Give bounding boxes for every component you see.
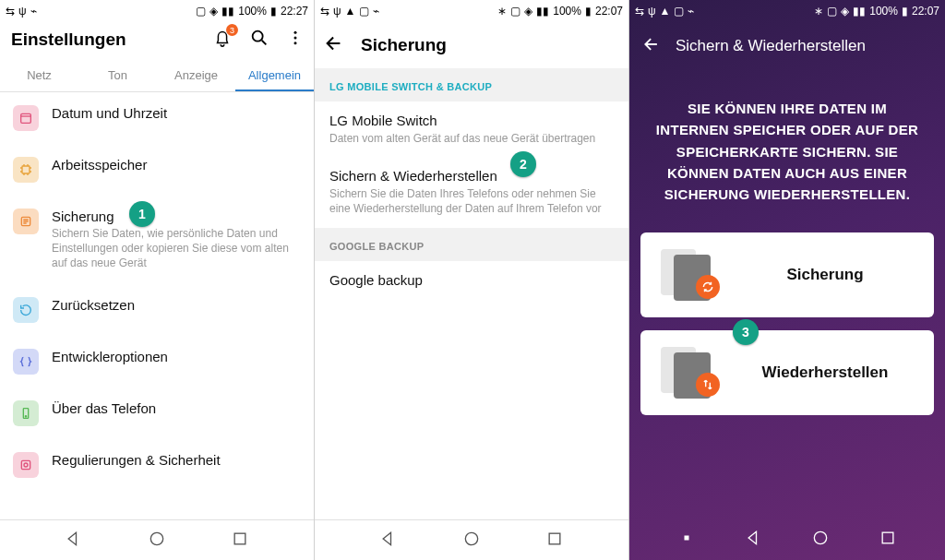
intro-text: SIE KÖNNEN IHRE DATEN IM INTERNEN SPEICH… (629, 70, 945, 232)
battery-icon: ▮ (902, 5, 908, 18)
nav-back[interactable] (65, 530, 83, 552)
card-label: Wiederherstellen (733, 363, 917, 382)
search-button[interactable] (249, 28, 269, 52)
tab-network[interactable]: Netz (0, 59, 78, 91)
step-badge-1: 1 (129, 201, 155, 227)
item-regulatory[interactable]: Regulierungen & Sicherheit (0, 439, 314, 491)
back-button[interactable] (642, 35, 661, 57)
clock: 22:07 (595, 5, 623, 18)
item-label: Regulierungen & Sicherheit (52, 452, 301, 468)
restore-illustration (657, 347, 722, 399)
battery-pct: 100% (553, 5, 581, 18)
section-lg-backup: LG MOBILE SWITCH & BACKUP (315, 68, 628, 101)
nav-recent[interactable] (879, 529, 897, 551)
usb-icon: ψ (333, 5, 341, 18)
nav-bar (0, 519, 314, 560)
item-memory[interactable]: Arbeitsspeicher (0, 144, 314, 196)
nav-back[interactable] (379, 530, 398, 552)
svg-rect-4 (21, 113, 31, 123)
svg-rect-17 (882, 532, 893, 543)
nav-bar (629, 519, 945, 560)
svg-point-16 (815, 531, 827, 543)
item-label: Zurücksetzen (52, 297, 301, 313)
item-date-time[interactable]: Datum und Uhrzeit (0, 92, 314, 144)
tab-sound[interactable]: Ton (78, 59, 157, 91)
nav-recent[interactable] (545, 530, 564, 552)
notifications-button[interactable]: 3 (212, 28, 233, 52)
item-label: Google backup (329, 272, 614, 288)
overflow-button[interactable] (286, 29, 305, 51)
card-label: Sicherung (733, 266, 917, 284)
item-google-backup[interactable]: Google backup (315, 261, 628, 299)
nav-home[interactable] (148, 530, 166, 552)
svg-point-11 (150, 532, 162, 544)
vibrate-icon: ▢ (196, 5, 206, 18)
bt-icon: ∗ (814, 5, 823, 18)
svg-point-0 (253, 31, 263, 42)
card-restore[interactable]: Wiederherstellen 3 (640, 330, 934, 415)
svg-point-1 (294, 31, 297, 34)
item-reset[interactable]: Zurücksetzen (0, 284, 314, 336)
battery-icon: ▮ (585, 5, 592, 18)
usb-icon: ψ (18, 5, 27, 18)
chip-icon (13, 157, 39, 183)
transfer-icon (696, 373, 720, 397)
item-backup[interactable]: Sicherung Sichern Sie Daten, wie persönl… (0, 196, 314, 284)
header: Sichern & Wiederherstellen (629, 22, 945, 70)
screen-backup-restore: ⇆ ψ ▲ ▢ ⌁ ∗ ▢ ◈ ▮▮ 100% ▮ 22:07 Sichern … (629, 0, 945, 560)
braces-icon (13, 349, 39, 375)
item-about-phone[interactable]: Über das Telefon (0, 387, 314, 439)
item-label: Sichern & Wiederherstellen (329, 168, 614, 184)
svg-point-13 (465, 532, 477, 544)
bug-icon: ⌁ (688, 5, 694, 18)
item-developer[interactable]: Entwickleroptionen (0, 336, 314, 387)
item-backup-restore[interactable]: Sichern & Wiederherstellen Sichern Sie d… (315, 157, 628, 227)
header: Einstellungen 3 (0, 22, 314, 52)
item-label: LG Mobile Switch (329, 113, 614, 128)
section-google-backup: GOOGLE BACKUP (315, 228, 628, 261)
item-label: Entwickleroptionen (52, 349, 301, 364)
bt-icon: ∗ (497, 5, 507, 18)
nav-home[interactable] (811, 529, 830, 551)
svg-point-2 (294, 37, 297, 40)
nav-back[interactable] (745, 529, 763, 551)
item-label: Datum und Uhrzeit (52, 105, 301, 121)
step-badge-2: 2 (510, 151, 536, 177)
item-sub: Daten vom alten Gerät auf das neue Gerät… (329, 131, 614, 146)
tab-display[interactable]: Anzeige (157, 59, 235, 91)
signal-icon: ▮▮ (221, 5, 234, 18)
clock-icon (13, 105, 39, 131)
battery-pct: 100% (869, 5, 898, 18)
tab-general[interactable]: Allgemein (235, 59, 314, 91)
photo-icon: ▢ (674, 5, 684, 18)
status-bar: ⇆ ψ ▲ ▢ ⌁ ∗ ▢ ◈ ▮▮ 100% ▮ 22:07 (629, 0, 945, 22)
sync-icon: ⇆ (6, 5, 15, 18)
nav-notif[interactable] (677, 529, 696, 551)
sync-icon: ⇆ (635, 5, 644, 18)
item-label: Arbeitsspeicher (52, 157, 301, 173)
vibrate-icon: ▢ (510, 5, 520, 18)
signal-icon: ▮▮ (536, 5, 549, 18)
header: Sicherung (315, 22, 628, 68)
settings-list: Datum und Uhrzeit Arbeitsspeicher Sicher… (0, 92, 314, 519)
nav-bar (315, 519, 628, 560)
card-backup[interactable]: Sicherung (640, 232, 934, 317)
nav-home[interactable] (462, 530, 481, 552)
signal-icon: ▮▮ (853, 5, 866, 18)
screen-backup: ⇆ ψ ▲ ▢ ⌁ ∗ ▢ ◈ ▮▮ 100% ▮ 22:07 Sicherun… (315, 0, 629, 560)
svg-point-10 (24, 463, 28, 467)
tabs: Netz Ton Anzeige Allgemein (0, 52, 314, 92)
warning-icon: ▲ (345, 5, 356, 18)
status-bar: ⇆ ψ ▲ ▢ ⌁ ∗ ▢ ◈ ▮▮ 100% ▮ 22:07 (315, 0, 628, 22)
backup-illustration (657, 249, 722, 301)
wifi-icon: ◈ (524, 5, 532, 18)
page-title: Sichern & Wiederherstellen (676, 37, 866, 55)
nav-recent[interactable] (231, 530, 249, 552)
svg-rect-9 (21, 460, 30, 469)
battery-icon: ▮ (270, 5, 277, 18)
back-button[interactable] (324, 33, 344, 57)
step-badge-3: 3 (733, 319, 759, 345)
item-mobile-switch[interactable]: LG Mobile Switch Daten vom alten Gerät a… (315, 101, 628, 157)
battery-pct: 100% (238, 5, 267, 18)
sync-icon: ⇆ (320, 5, 329, 18)
